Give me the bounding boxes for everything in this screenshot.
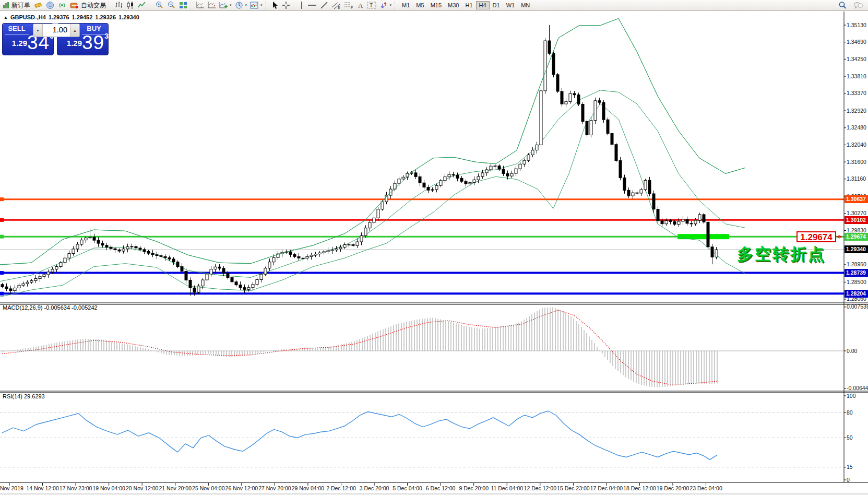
chat-bubbles-icon <box>853 1 863 9</box>
macd-scale-tick: -0.006446 <box>847 385 868 391</box>
arrows-icon <box>379 1 388 9</box>
text-button[interactable]: A <box>355 1 365 10</box>
toolbar-right-group <box>837 1 865 10</box>
timeframe-h4-button[interactable]: H4 <box>476 1 490 9</box>
price-axis-tick: 1.34250 <box>847 56 866 62</box>
chart-shift-icon <box>208 1 216 9</box>
timeframe-h1-button[interactable]: H1 <box>462 1 475 9</box>
tile-windows-icon <box>179 1 187 9</box>
macd-pane-label: MACD(12,26,9) -0.005634 -0.005242 <box>3 304 98 311</box>
indicators-button[interactable] <box>218 1 233 10</box>
text-label-button[interactable]: T <box>365 1 378 10</box>
price-axis-tick: 1.28500 <box>847 279 866 285</box>
bar-chart-icon <box>115 1 123 9</box>
volume-spinner: ▼ 1.00 ▲ <box>33 23 80 37</box>
timeframe-m5-button[interactable]: M5 <box>413 1 427 9</box>
autotrading-button[interactable]: 自动交易 <box>68 1 108 10</box>
vertical-line-button[interactable] <box>298 1 306 10</box>
new-order-button[interactable]: 新订单 <box>1 1 32 10</box>
equidistant-channel-button[interactable]: E <box>330 1 342 10</box>
zoom-out-button[interactable] <box>165 1 177 10</box>
styler-button[interactable] <box>32 1 44 10</box>
ohlc-high: 1.29452 <box>72 14 93 20</box>
toolbar-separator <box>293 2 295 9</box>
rsi-pane-label: RSI(14) 29.6293 <box>3 393 45 399</box>
cursor-button[interactable] <box>270 1 280 10</box>
line-anchor-handle[interactable] <box>0 292 4 296</box>
collapse-triangle-icon[interactable]: ▲ <box>4 15 8 20</box>
signals-button[interactable] <box>56 1 68 10</box>
time-axis-label: 9 Dec 20:00 <box>459 485 489 491</box>
text-label-icon: T <box>367 1 376 9</box>
autoscroll-icon <box>196 1 205 9</box>
line-anchor-handle[interactable] <box>0 197 4 201</box>
ask-big-digits: 39 <box>82 32 104 53</box>
ohlc-open: 1.29376 <box>49 14 69 20</box>
price-callout-label[interactable]: 1.29674 <box>796 231 836 242</box>
price-axis-tick: 1.33370 <box>847 90 866 96</box>
price-axis-tick: 1.31160 <box>847 175 866 182</box>
timeframe-m1-button[interactable]: M1 <box>399 1 413 9</box>
bid-prefix: 1.29 <box>12 39 27 48</box>
time-axis-label: 6 Dec 12:00 <box>426 485 456 491</box>
volume-increase-button[interactable]: ▲ <box>70 24 79 37</box>
price-badge: 1.28739 <box>845 269 868 277</box>
template-icon <box>250 1 258 9</box>
zoom-in-icon <box>155 1 164 9</box>
turning-point-annotation[interactable]: 多空转折点 <box>737 243 826 265</box>
line-anchor-handle[interactable] <box>0 271 4 275</box>
timeframe-m30-button[interactable]: M30 <box>445 1 462 9</box>
volume-input[interactable]: 1.00 <box>43 24 70 37</box>
time-axis-label: 2 Dec 12:00 <box>326 485 356 491</box>
periods-button[interactable] <box>233 1 249 10</box>
arrows-button[interactable] <box>378 1 394 10</box>
volume-decrease-button[interactable]: ▼ <box>33 24 43 37</box>
signals-icon <box>58 1 67 9</box>
candlestick-chart-button[interactable] <box>125 1 136 10</box>
time-axis-label: 3 Dec 20:00 <box>360 485 389 491</box>
fibonacci-button[interactable]: F <box>342 1 355 10</box>
ask-pip-digit: 3 <box>104 32 109 40</box>
time-axis-label: 17 Nov 23:00 <box>60 485 92 491</box>
sell-label[interactable]: SELL <box>3 25 30 32</box>
templates-button[interactable] <box>248 1 264 10</box>
bar-chart-button[interactable] <box>113 1 125 10</box>
toolbar-separator <box>190 2 193 9</box>
price-badge: 1.30102 <box>845 216 868 224</box>
macd-name: MACD(12,26,9) <box>3 304 42 311</box>
macd-pane <box>0 307 844 387</box>
search-button[interactable] <box>837 1 849 10</box>
trendline-button[interactable] <box>318 1 330 10</box>
crosshair-button[interactable] <box>280 1 292 10</box>
timeframe-toolbar: M1M5M15M30H1H4D1W1MN <box>399 1 533 9</box>
time-axis-label: 17 Dec 04:00 <box>590 485 623 491</box>
line-chart-button[interactable] <box>136 1 148 10</box>
chat-button[interactable] <box>852 1 865 10</box>
crosshair-icon <box>282 1 290 9</box>
macd-signal-value: -0.005242 <box>72 304 98 311</box>
zoom-in-button[interactable] <box>153 1 165 10</box>
chart-shift-button[interactable] <box>206 1 218 10</box>
community-button[interactable] <box>44 1 56 10</box>
rsi-pane <box>0 411 844 467</box>
bollinger-upper <box>0 18 745 265</box>
autoscroll-button[interactable] <box>195 1 206 10</box>
toolbar-separator <box>109 2 111 9</box>
timeframe-mn-button[interactable]: MN <box>518 1 533 9</box>
timeframe-d1-button[interactable]: D1 <box>490 1 503 9</box>
price-axis-tick: 1.31600 <box>847 159 866 165</box>
autotrading-label: 自动交易 <box>81 1 106 10</box>
line-anchor-handle[interactable] <box>0 235 4 239</box>
price-axis-tick: 1.32480 <box>847 124 866 131</box>
channel-icon: E <box>331 1 341 9</box>
buy-label[interactable]: BUY <box>80 25 108 32</box>
horizontal-line-button[interactable] <box>306 1 318 10</box>
price-axis-tick: 1.28950 <box>847 261 866 267</box>
line-anchor-handle[interactable] <box>0 218 4 222</box>
tile-windows-button[interactable] <box>177 1 189 10</box>
time-axis-label: 20 Nov 12:00 <box>126 485 158 491</box>
timeframe-w1-button[interactable]: W1 <box>503 1 518 9</box>
price-axis-tick: 1.32040 <box>847 142 866 148</box>
timeframe-m15-button[interactable]: M15 <box>427 1 445 9</box>
candle-series <box>1 25 718 296</box>
